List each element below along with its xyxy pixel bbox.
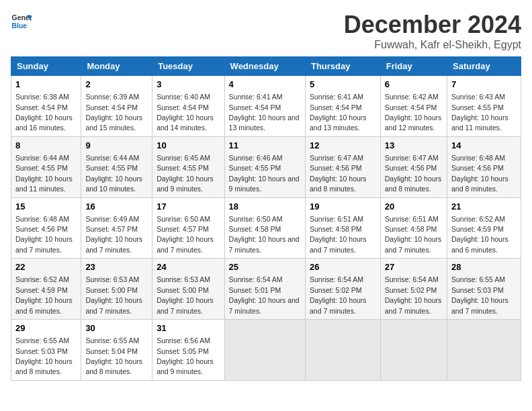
logo: General Blue [11,11,32,32]
table-row: 16 Sunrise: 6:49 AM Sunset: 4:57 PM Dayl… [81,197,152,259]
day-info: Sunrise: 6:42 AM Sunset: 4:54 PM Dayligh… [385,93,442,132]
day-info: Sunrise: 6:52 AM Sunset: 4:59 PM Dayligh… [15,275,73,314]
table-row: 31 Sunrise: 6:56 AM Sunset: 5:05 PM Dayl… [152,320,224,381]
day-info: Sunrise: 6:55 AM Sunset: 5:03 PM Dayligh… [15,336,73,375]
day-number: 20 [385,201,443,213]
day-info: Sunrise: 6:54 AM Sunset: 5:01 PM Dayligh… [229,275,300,314]
table-row: 29 Sunrise: 6:55 AM Sunset: 5:03 PM Dayl… [11,320,81,381]
day-info: Sunrise: 6:53 AM Sunset: 5:00 PM Dayligh… [157,275,214,314]
month-title: December 2024 [344,11,521,39]
day-number: 31 [157,322,220,334]
day-number: 5 [310,79,376,91]
calendar-week-row: 22 Sunrise: 6:52 AM Sunset: 4:59 PM Dayl… [11,259,521,320]
day-info: Sunrise: 6:51 AM Sunset: 4:58 PM Dayligh… [310,215,367,254]
day-number: 22 [15,261,77,273]
table-row: 21 Sunrise: 6:52 AM Sunset: 4:59 PM Dayl… [447,197,521,259]
day-number: 23 [85,261,148,273]
table-row: 10 Sunrise: 6:45 AM Sunset: 4:55 PM Dayl… [152,136,224,197]
day-number: 10 [157,140,220,152]
day-info: Sunrise: 6:49 AM Sunset: 4:57 PM Dayligh… [85,215,142,254]
table-row: 3 Sunrise: 6:40 AM Sunset: 4:54 PM Dayli… [152,76,224,137]
day-number: 12 [310,140,376,152]
day-number: 2 [85,79,148,91]
table-row: 18 Sunrise: 6:50 AM Sunset: 4:58 PM Dayl… [224,197,305,259]
day-info: Sunrise: 6:48 AM Sunset: 4:56 PM Dayligh… [451,154,508,193]
table-row: 9 Sunrise: 6:44 AM Sunset: 4:55 PM Dayli… [81,136,152,197]
day-info: Sunrise: 6:47 AM Sunset: 4:56 PM Dayligh… [385,154,442,193]
day-info: Sunrise: 6:54 AM Sunset: 5:02 PM Dayligh… [385,275,442,314]
day-info: Sunrise: 6:41 AM Sunset: 4:54 PM Dayligh… [229,93,300,132]
day-info: Sunrise: 6:54 AM Sunset: 5:02 PM Dayligh… [310,275,367,314]
table-row [380,320,447,381]
day-info: Sunrise: 6:41 AM Sunset: 4:54 PM Dayligh… [310,93,367,132]
day-number: 6 [385,79,443,91]
col-thursday: Thursday [305,57,380,76]
day-info: Sunrise: 6:44 AM Sunset: 4:55 PM Dayligh… [85,154,142,193]
day-info: Sunrise: 6:53 AM Sunset: 5:00 PM Dayligh… [85,275,142,314]
table-row: 27 Sunrise: 6:54 AM Sunset: 5:02 PM Dayl… [380,259,447,320]
day-info: Sunrise: 6:43 AM Sunset: 4:55 PM Dayligh… [451,93,508,132]
day-number: 4 [229,79,301,91]
table-row: 15 Sunrise: 6:48 AM Sunset: 4:56 PM Dayl… [11,197,81,259]
day-number: 7 [451,79,517,91]
table-row: 4 Sunrise: 6:41 AM Sunset: 4:54 PM Dayli… [224,76,305,137]
table-row: 6 Sunrise: 6:42 AM Sunset: 4:54 PM Dayli… [380,76,447,137]
day-number: 24 [157,261,220,273]
col-tuesday: Tuesday [152,57,224,76]
day-number: 15 [15,201,77,213]
table-row: 22 Sunrise: 6:52 AM Sunset: 4:59 PM Dayl… [11,259,81,320]
table-row [447,320,521,381]
day-info: Sunrise: 6:52 AM Sunset: 4:59 PM Dayligh… [451,215,508,254]
day-info: Sunrise: 6:47 AM Sunset: 4:56 PM Dayligh… [310,154,367,193]
day-number: 19 [310,201,376,213]
table-row: 30 Sunrise: 6:55 AM Sunset: 5:04 PM Dayl… [81,320,152,381]
title-block: December 2024 Fuwwah, Kafr el-Sheikh, Eg… [344,11,521,51]
day-info: Sunrise: 6:40 AM Sunset: 4:54 PM Dayligh… [157,93,214,132]
calendar-week-row: 1 Sunrise: 6:38 AM Sunset: 4:54 PM Dayli… [11,76,521,137]
day-number: 14 [451,140,517,152]
table-row: 11 Sunrise: 6:46 AM Sunset: 4:55 PM Dayl… [224,136,305,197]
day-number: 25 [229,261,301,273]
day-number: 3 [157,79,220,91]
table-row: 17 Sunrise: 6:50 AM Sunset: 4:57 PM Dayl… [152,197,224,259]
day-number: 18 [229,201,301,213]
day-number: 16 [85,201,148,213]
table-row: 7 Sunrise: 6:43 AM Sunset: 4:55 PM Dayli… [447,76,521,137]
day-number: 11 [229,140,301,152]
day-number: 1 [15,79,77,91]
table-row: 8 Sunrise: 6:44 AM Sunset: 4:55 PM Dayli… [11,136,81,197]
day-number: 13 [385,140,443,152]
table-row: 23 Sunrise: 6:53 AM Sunset: 5:00 PM Dayl… [81,259,152,320]
day-number: 30 [85,322,148,334]
day-number: 8 [15,140,77,152]
day-info: Sunrise: 6:45 AM Sunset: 4:55 PM Dayligh… [157,154,214,193]
col-wednesday: Wednesday [224,57,305,76]
col-monday: Monday [81,57,152,76]
table-row: 26 Sunrise: 6:54 AM Sunset: 5:02 PM Dayl… [305,259,380,320]
col-friday: Friday [380,57,447,76]
table-row: 28 Sunrise: 6:55 AM Sunset: 5:03 PM Dayl… [447,259,521,320]
day-info: Sunrise: 6:51 AM Sunset: 4:58 PM Dayligh… [385,215,442,254]
day-number: 26 [310,261,376,273]
day-number: 29 [15,322,77,334]
table-row: 20 Sunrise: 6:51 AM Sunset: 4:58 PM Dayl… [380,197,447,259]
day-number: 21 [451,201,517,213]
location: Fuwwah, Kafr el-Sheikh, Egypt [344,39,521,51]
table-row [305,320,380,381]
day-info: Sunrise: 6:39 AM Sunset: 4:54 PM Dayligh… [85,93,142,132]
page-header: General Blue December 2024 Fuwwah, Kafr … [11,11,521,51]
calendar-week-row: 29 Sunrise: 6:55 AM Sunset: 5:03 PM Dayl… [11,320,521,381]
col-saturday: Saturday [447,57,521,76]
table-row: 25 Sunrise: 6:54 AM Sunset: 5:01 PM Dayl… [224,259,305,320]
calendar-table: Sunday Monday Tuesday Wednesday Thursday… [11,56,521,381]
day-info: Sunrise: 6:55 AM Sunset: 5:04 PM Dayligh… [85,336,142,375]
table-row: 5 Sunrise: 6:41 AM Sunset: 4:54 PM Dayli… [305,76,380,137]
calendar-week-row: 15 Sunrise: 6:48 AM Sunset: 4:56 PM Dayl… [11,197,521,259]
svg-text:Blue: Blue [12,22,28,30]
table-row: 14 Sunrise: 6:48 AM Sunset: 4:56 PM Dayl… [447,136,521,197]
day-info: Sunrise: 6:48 AM Sunset: 4:56 PM Dayligh… [15,215,73,254]
day-info: Sunrise: 6:44 AM Sunset: 4:55 PM Dayligh… [15,154,73,193]
day-number: 28 [451,261,517,273]
calendar-week-row: 8 Sunrise: 6:44 AM Sunset: 4:55 PM Dayli… [11,136,521,197]
table-row [224,320,305,381]
